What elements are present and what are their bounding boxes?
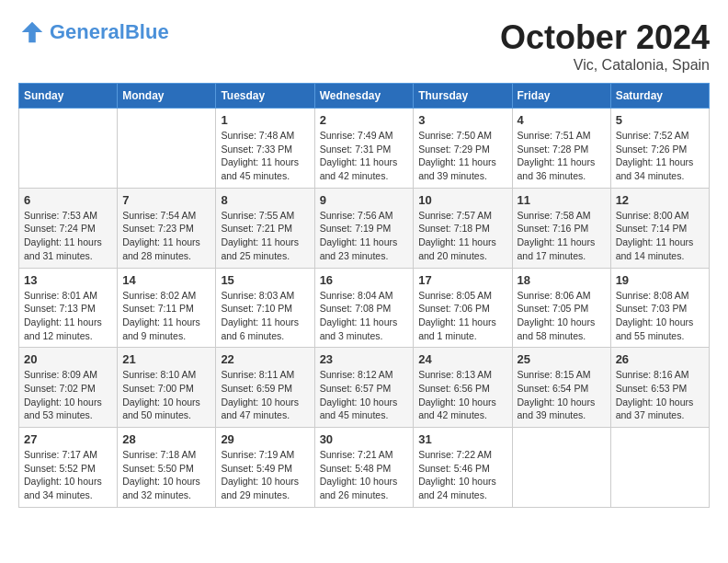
day-detail: Sunrise: 8:01 AM Sunset: 7:13 PM Dayligh… [24, 289, 112, 343]
day-detail: Sunrise: 7:53 AM Sunset: 7:24 PM Dayligh… [24, 209, 112, 263]
day-detail: Sunrise: 8:10 AM Sunset: 7:00 PM Dayligh… [122, 368, 210, 422]
weekday-header-cell: Sunday [19, 84, 118, 109]
calendar-day-cell: 11Sunrise: 7:58 AM Sunset: 7:16 PM Dayli… [512, 188, 610, 268]
day-detail: Sunrise: 7:56 AM Sunset: 7:19 PM Dayligh… [320, 209, 409, 263]
calendar-day-cell [512, 428, 610, 508]
calendar-body: 1Sunrise: 7:48 AM Sunset: 7:33 PM Daylig… [19, 109, 710, 508]
weekday-header-row: SundayMondayTuesdayWednesdayThursdayFrid… [19, 84, 710, 109]
day-detail: Sunrise: 8:00 AM Sunset: 7:14 PM Dayligh… [616, 209, 704, 263]
day-number: 24 [418, 352, 506, 366]
weekday-header-cell: Wednesday [314, 84, 414, 109]
calendar-day-cell: 6Sunrise: 7:53 AM Sunset: 7:24 PM Daylig… [19, 188, 118, 268]
day-detail: Sunrise: 7:18 AM Sunset: 5:50 PM Dayligh… [122, 448, 210, 502]
calendar-day-cell: 16Sunrise: 8:04 AM Sunset: 7:08 PM Dayli… [314, 268, 414, 348]
calendar-week-row: 13Sunrise: 8:01 AM Sunset: 7:13 PM Dayli… [19, 268, 710, 348]
day-detail: Sunrise: 7:52 AM Sunset: 7:26 PM Dayligh… [616, 129, 704, 183]
day-number: 15 [221, 273, 309, 287]
weekday-header-cell: Thursday [414, 84, 512, 109]
day-detail: Sunrise: 8:06 AM Sunset: 7:05 PM Dayligh… [518, 289, 606, 343]
day-detail: Sunrise: 8:11 AM Sunset: 6:59 PM Dayligh… [221, 368, 309, 422]
page-header: GeneralBlue October 2024 Vic, Catalonia,… [18, 18, 710, 74]
day-detail: Sunrise: 7:19 AM Sunset: 5:49 PM Dayligh… [221, 448, 309, 502]
day-detail: Sunrise: 7:49 AM Sunset: 7:31 PM Dayligh… [320, 129, 409, 183]
calendar-day-cell: 8Sunrise: 7:55 AM Sunset: 7:21 PM Daylig… [216, 188, 314, 268]
day-number: 1 [221, 113, 309, 127]
day-number: 11 [518, 193, 606, 207]
logo-general: General [50, 20, 125, 43]
day-number: 12 [616, 193, 704, 207]
day-detail: Sunrise: 8:15 AM Sunset: 6:54 PM Dayligh… [518, 368, 606, 422]
calendar-day-cell: 5Sunrise: 7:52 AM Sunset: 7:26 PM Daylig… [610, 109, 709, 189]
day-number: 31 [418, 432, 506, 446]
day-detail: Sunrise: 8:09 AM Sunset: 7:02 PM Dayligh… [24, 368, 112, 422]
calendar-day-cell: 21Sunrise: 8:10 AM Sunset: 7:00 PM Dayli… [118, 348, 216, 428]
weekday-header-cell: Monday [118, 84, 216, 109]
day-detail: Sunrise: 8:12 AM Sunset: 6:57 PM Dayligh… [320, 368, 409, 422]
day-detail: Sunrise: 8:16 AM Sunset: 6:53 PM Dayligh… [616, 368, 704, 422]
weekday-header-cell: Saturday [610, 84, 709, 109]
day-number: 20 [24, 352, 112, 366]
calendar-day-cell: 20Sunrise: 8:09 AM Sunset: 7:02 PM Dayli… [19, 348, 118, 428]
calendar-day-cell: 23Sunrise: 8:12 AM Sunset: 6:57 PM Dayli… [314, 348, 414, 428]
calendar-day-cell: 14Sunrise: 8:02 AM Sunset: 7:11 PM Dayli… [118, 268, 216, 348]
logo-text: GeneralBlue [50, 22, 169, 42]
day-detail: Sunrise: 8:03 AM Sunset: 7:10 PM Dayligh… [221, 289, 309, 343]
calendar-week-row: 1Sunrise: 7:48 AM Sunset: 7:33 PM Daylig… [19, 109, 710, 189]
logo: GeneralBlue [18, 18, 169, 46]
day-number: 2 [320, 113, 409, 127]
calendar-day-cell: 17Sunrise: 8:05 AM Sunset: 7:06 PM Dayli… [414, 268, 512, 348]
day-detail: Sunrise: 7:48 AM Sunset: 7:33 PM Dayligh… [221, 129, 309, 183]
calendar-day-cell: 7Sunrise: 7:54 AM Sunset: 7:23 PM Daylig… [118, 188, 216, 268]
calendar-day-cell [610, 428, 709, 508]
day-number: 29 [221, 432, 309, 446]
calendar-day-cell: 26Sunrise: 8:16 AM Sunset: 6:53 PM Dayli… [610, 348, 709, 428]
day-number: 5 [616, 113, 704, 127]
day-number: 14 [122, 273, 210, 287]
day-number: 3 [418, 113, 506, 127]
day-number: 13 [24, 273, 112, 287]
day-detail: Sunrise: 7:58 AM Sunset: 7:16 PM Dayligh… [518, 209, 606, 263]
calendar-day-cell: 24Sunrise: 8:13 AM Sunset: 6:56 PM Dayli… [414, 348, 512, 428]
title-block: October 2024 Vic, Catalonia, Spain [500, 18, 710, 74]
day-number: 16 [320, 273, 409, 287]
calendar-day-cell: 10Sunrise: 7:57 AM Sunset: 7:18 PM Dayli… [414, 188, 512, 268]
calendar-day-cell: 31Sunrise: 7:22 AM Sunset: 5:46 PM Dayli… [414, 428, 512, 508]
day-detail: Sunrise: 8:13 AM Sunset: 6:56 PM Dayligh… [418, 368, 506, 422]
day-detail: Sunrise: 7:55 AM Sunset: 7:21 PM Dayligh… [221, 209, 309, 263]
day-detail: Sunrise: 7:17 AM Sunset: 5:52 PM Dayligh… [24, 448, 112, 502]
day-number: 9 [320, 193, 409, 207]
calendar-day-cell [19, 109, 118, 189]
calendar-day-cell: 27Sunrise: 7:17 AM Sunset: 5:52 PM Dayli… [19, 428, 118, 508]
day-number: 22 [221, 352, 309, 366]
weekday-header-cell: Friday [512, 84, 610, 109]
calendar-day-cell: 30Sunrise: 7:21 AM Sunset: 5:48 PM Dayli… [314, 428, 414, 508]
day-number: 21 [122, 352, 210, 366]
calendar-day-cell: 13Sunrise: 8:01 AM Sunset: 7:13 PM Dayli… [19, 268, 118, 348]
calendar-day-cell [118, 109, 216, 189]
day-detail: Sunrise: 8:02 AM Sunset: 7:11 PM Dayligh… [122, 289, 210, 343]
calendar-day-cell: 19Sunrise: 8:08 AM Sunset: 7:03 PM Dayli… [610, 268, 709, 348]
day-detail: Sunrise: 8:04 AM Sunset: 7:08 PM Dayligh… [320, 289, 409, 343]
day-number: 19 [616, 273, 704, 287]
day-number: 26 [616, 352, 704, 366]
calendar-day-cell: 15Sunrise: 8:03 AM Sunset: 7:10 PM Dayli… [216, 268, 314, 348]
day-number: 25 [518, 352, 606, 366]
logo-blue: Blue [125, 20, 169, 43]
day-number: 4 [518, 113, 606, 127]
day-number: 23 [320, 352, 409, 366]
calendar-day-cell: 25Sunrise: 8:15 AM Sunset: 6:54 PM Dayli… [512, 348, 610, 428]
location-subtitle: Vic, Catalonia, Spain [500, 57, 710, 74]
day-number: 8 [221, 193, 309, 207]
day-detail: Sunrise: 7:51 AM Sunset: 7:28 PM Dayligh… [518, 129, 606, 183]
day-detail: Sunrise: 8:05 AM Sunset: 7:06 PM Dayligh… [418, 289, 506, 343]
calendar-week-row: 6Sunrise: 7:53 AM Sunset: 7:24 PM Daylig… [19, 188, 710, 268]
calendar-week-row: 27Sunrise: 7:17 AM Sunset: 5:52 PM Dayli… [19, 428, 710, 508]
day-detail: Sunrise: 8:08 AM Sunset: 7:03 PM Dayligh… [616, 289, 704, 343]
day-detail: Sunrise: 7:57 AM Sunset: 7:18 PM Dayligh… [418, 209, 506, 263]
calendar-day-cell: 3Sunrise: 7:50 AM Sunset: 7:29 PM Daylig… [414, 109, 512, 189]
calendar-table: SundayMondayTuesdayWednesdayThursdayFrid… [18, 83, 710, 508]
day-detail: Sunrise: 7:22 AM Sunset: 5:46 PM Dayligh… [418, 448, 506, 502]
calendar-day-cell: 9Sunrise: 7:56 AM Sunset: 7:19 PM Daylig… [314, 188, 414, 268]
day-number: 28 [122, 432, 210, 446]
calendar-day-cell: 2Sunrise: 7:49 AM Sunset: 7:31 PM Daylig… [314, 109, 414, 189]
